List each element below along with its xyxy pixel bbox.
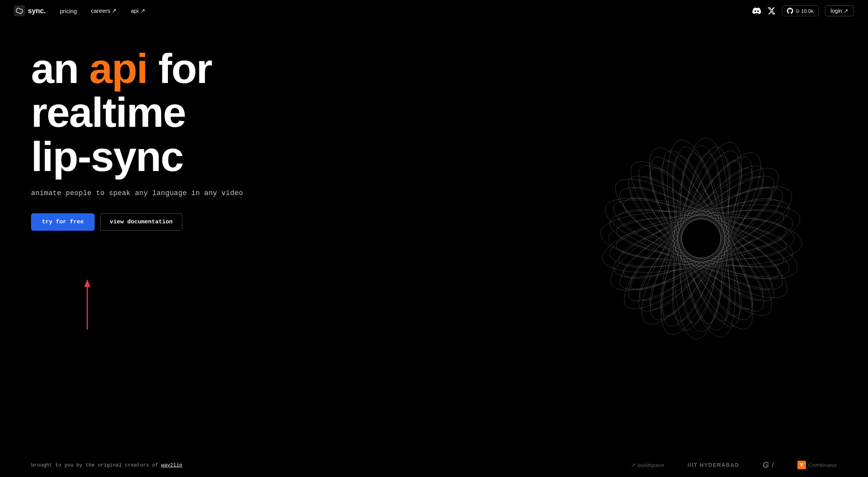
discord-icon[interactable]	[752, 7, 761, 15]
svg-point-49	[599, 169, 804, 309]
buildspace-logo: ↗ buildspace	[631, 462, 664, 468]
svg-point-16	[624, 152, 779, 325]
svg-point-27	[648, 153, 755, 324]
svg-point-20	[605, 199, 797, 278]
svg-point-10	[648, 143, 755, 334]
svg-point-26	[636, 157, 766, 320]
hero-title: an api for realtime lip-sync	[31, 47, 295, 178]
svg-point-9	[635, 146, 768, 331]
svg-point-32	[648, 153, 755, 324]
svg-point-24	[620, 174, 782, 303]
svg-point-42	[614, 145, 789, 332]
svg-point-18	[609, 172, 794, 305]
svg-point-4	[605, 199, 797, 278]
y-combinator-logo: Y Combinator	[797, 461, 837, 469]
nav-left: sync. pricing careers ↗ api ↗	[14, 5, 145, 16]
svg-point-11	[662, 143, 740, 334]
twitter-icon[interactable]	[767, 7, 776, 15]
hero-title-lipsync: lip-sync	[31, 133, 183, 180]
hero-section: an api for realtime lip-sync animate peo…	[0, 0, 868, 477]
svg-point-46	[644, 134, 758, 343]
y-box: Y	[797, 461, 806, 469]
iiit-hyderabad-logo: IIIT HYDERABAD	[688, 462, 739, 468]
svg-point-25	[627, 164, 775, 313]
hero-title-api: api	[89, 45, 147, 92]
svg-point-36	[616, 185, 787, 292]
svg-point-13	[662, 143, 740, 334]
svg-marker-2	[84, 279, 90, 287]
hero-buttons: try for free view documentation	[31, 213, 295, 231]
svg-point-44	[654, 134, 749, 343]
footer-logos: ↗ buildspace IIIT HYDERABAD G/ Y Combina…	[631, 460, 837, 470]
nav-pricing[interactable]: pricing	[60, 8, 77, 14]
nav-right: ⊙ 10.0k login ↗	[752, 5, 854, 16]
navigation: sync. pricing careers ↗ api ↗	[0, 0, 868, 22]
svg-point-5	[606, 185, 797, 292]
annotation-arrow	[80, 279, 95, 343]
svg-rect-0	[14, 5, 25, 16]
y-combinator-label: Combinator	[808, 462, 837, 468]
hero-subtitle: animate people to speak any language in …	[31, 189, 295, 197]
github-stars-button[interactable]: ⊙ 10.0k	[782, 5, 818, 16]
logo[interactable]: sync.	[14, 5, 46, 16]
svg-point-15	[635, 146, 768, 331]
hero-content: an api for realtime lip-sync animate peo…	[31, 47, 295, 231]
svg-point-3	[608, 215, 794, 262]
svg-point-7	[615, 161, 788, 316]
logo-text: sync.	[28, 7, 46, 15]
view-documentation-button[interactable]: view documentation	[100, 213, 182, 231]
wav2lip-link[interactable]: wav2lip	[161, 462, 182, 468]
hero-title-an: an	[31, 45, 89, 92]
svg-point-50	[597, 191, 806, 286]
svg-point-34	[627, 164, 775, 313]
nav-api[interactable]: api ↗	[131, 7, 145, 14]
svg-point-41	[602, 161, 801, 316]
svg-point-40	[597, 181, 806, 296]
svg-point-43	[631, 137, 771, 341]
svg-point-6	[609, 172, 794, 305]
svg-point-17	[615, 161, 788, 316]
svg-point-19	[606, 185, 797, 292]
nav-careers[interactable]: careers ↗	[91, 7, 117, 14]
svg-point-48	[608, 151, 794, 326]
footer-credit: brought to you by the original creators …	[31, 462, 182, 468]
try-for-free-button[interactable]: try for free	[31, 213, 95, 231]
login-button[interactable]: login ↗	[825, 5, 854, 16]
github-icon	[787, 8, 793, 14]
svg-point-35	[620, 174, 782, 303]
svg-point-47	[624, 139, 779, 338]
github-stars-count: ⊙ 10.0k	[795, 8, 813, 14]
svg-point-14	[648, 143, 755, 334]
gradient-ventures-logo: G/	[763, 460, 774, 470]
svg-point-12	[678, 145, 724, 332]
spiral-visual: .spiral-line { stroke: rgba(200,200,200,…	[565, 103, 837, 374]
svg-point-33	[636, 157, 766, 320]
logo-icon	[14, 5, 25, 16]
svg-point-8	[624, 152, 779, 325]
footer-bar: brought to you by the original creators …	[0, 453, 868, 477]
svg-point-23	[616, 185, 787, 292]
